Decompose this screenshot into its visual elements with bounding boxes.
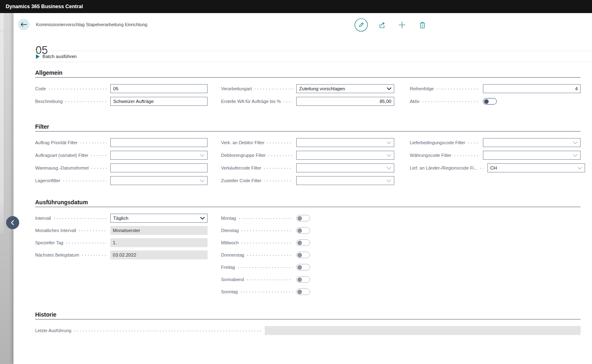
debitorengruppe-filter-lookup[interactable] [296, 151, 394, 160]
plus-icon [398, 21, 406, 29]
lieferbedingungscode-filter-lookup[interactable] [483, 138, 581, 147]
lief-an-laender-regionscode-filter-lookup[interactable]: CH [487, 163, 585, 172]
dotted-leader [91, 155, 107, 156]
field-monatliches-intervall: Monatliches Intervall Monatserster [35, 226, 208, 235]
field-label-erstelle-wa: Erstelle WA für Aufträge bis % [221, 99, 281, 104]
field-label: Intervall [35, 216, 51, 221]
verk-an-debitor-filter-lookup[interactable] [296, 138, 394, 147]
field-lagerortfilter: Lagerortfilter [35, 176, 208, 185]
intervall-select[interactable]: Täglich [110, 214, 208, 223]
field-label: Zusteller Code Filter [221, 178, 261, 183]
mittwoch-toggle [296, 239, 310, 246]
field-label: Monatliches Intervall [35, 228, 76, 233]
field-sonnabend: Sonnabend [221, 275, 394, 284]
erstelle-wa-input[interactable] [296, 97, 394, 106]
field-letzte-ausfuehrung: Letzte Ausführung [35, 326, 581, 335]
toggle-knob [297, 290, 302, 294]
field-label: Dienstag [221, 228, 239, 233]
auftragsart-variabel-filter-lookup[interactable] [110, 151, 208, 160]
field-code: Code [35, 84, 208, 93]
dotted-leader [80, 143, 107, 143]
field-label: Sonntag [221, 289, 238, 294]
dotted-leader [241, 230, 293, 231]
dotted-leader [247, 279, 293, 280]
collapsed-nav-strip [0, 13, 13, 364]
trash-icon [419, 21, 426, 29]
freitag-toggle [296, 264, 310, 270]
run-batch-button[interactable]: Batch ausführen [36, 54, 77, 59]
chevron-down-icon [577, 167, 582, 170]
verkaeufercode-filter-lookup[interactable] [296, 163, 394, 172]
field-label-verarbeitungart: Verarbeitungart [221, 86, 252, 91]
aktiv-toggle[interactable] [483, 98, 497, 105]
field-label: Warenausg.-Datumsformel [35, 165, 89, 170]
section-heading-allgemein: Allgemein [35, 70, 581, 78]
section-heading-filter: Filter [35, 124, 581, 132]
dotted-leader [63, 181, 107, 181]
dotted-leader [437, 89, 479, 89]
collapse-panel-button[interactable] [6, 216, 19, 229]
sonnabend-toggle [296, 276, 310, 283]
field-warenausg-datumsformel: Warenausg.-Datumsformel [35, 163, 208, 172]
toggle-knob [297, 253, 302, 257]
dotted-leader [241, 243, 293, 243]
reihenfolge-input[interactable] [483, 84, 581, 93]
section-ausfuehrungsdatum: Ausführungsdatum Intervall Täglich [35, 199, 581, 299]
field-label: Lieferbedingungscode Filter [410, 140, 465, 145]
share-button[interactable] [371, 18, 392, 32]
chevron-down-icon [386, 141, 391, 144]
field-label: Freitag [221, 265, 235, 270]
dotted-leader [49, 89, 107, 89]
app-titlebar: Dynamics 365 Business Central [0, 0, 592, 13]
dotted-leader [54, 218, 107, 219]
toggle-knob [297, 216, 302, 221]
field-lief-an-laender-regionscode-filter: Lief. an Länder-/Regionscode Fi... CH [410, 163, 581, 172]
field-intervall: Intervall Täglich [35, 214, 208, 223]
delete-button[interactable] [412, 18, 433, 32]
dotted-leader [247, 255, 293, 256]
zusteller-code-filter-lookup[interactable] [296, 176, 394, 185]
field-label: Verk. an Debitor Filter [221, 140, 264, 145]
field-verk-an-debitor-filter: Verk. an Debitor Filter [221, 138, 394, 147]
field-label: Montag [221, 216, 236, 221]
beschreibung-input[interactable] [110, 97, 208, 106]
edit-button[interactable] [351, 18, 371, 32]
letzte-ausfuehrung-field [265, 326, 581, 335]
dotted-leader [468, 143, 479, 143]
field-dienstag: Dienstag [221, 226, 394, 235]
field-label: Auftragsart (variabel) Filter [35, 153, 88, 158]
action-bar: Batch ausführen [32, 51, 592, 62]
warenausg-datumsformel-input[interactable] [110, 163, 208, 172]
page-card: Kommissioniervorschlag Stapelverarbeitun… [13, 13, 592, 364]
chevron-down-icon [200, 217, 205, 220]
new-button[interactable] [392, 18, 412, 32]
chevron-down-icon [200, 154, 205, 157]
section-heading-ausfuehrungsdatum: Ausführungsdatum [35, 199, 581, 207]
field-label: Verkäufercode Filter [221, 165, 261, 170]
verarbeitungart-select[interactable]: Zuteilung vorschlagen [296, 84, 394, 93]
section-allgemein: Allgemein Code Beschreibung [35, 70, 581, 109]
strip-divider [0, 31, 13, 31]
breadcrumb: Kommissioniervorschlag Stapelverarbeitun… [36, 22, 147, 27]
dotted-leader [238, 267, 293, 268]
toggle-knob [297, 277, 302, 282]
waehrungscode-filter-lookup[interactable] [483, 151, 581, 160]
field-label: Letzte Ausführung [35, 328, 71, 333]
field-verarbeitungart: Verarbeitungart Zuteilung vorschlagen [221, 84, 394, 93]
back-button[interactable] [18, 19, 29, 30]
field-auftragsart-variabel-filter: Auftragsart (variabel) Filter [35, 151, 208, 160]
field-label: Lagerortfilter [35, 178, 60, 183]
auftrag-prioritaet-filter-input[interactable] [110, 138, 208, 147]
field-spezieller-tag: Spezieller Tag 1. [35, 238, 208, 247]
code-input[interactable] [110, 84, 208, 93]
field-freitag: Freitag [221, 263, 394, 272]
field-debitorengruppe-filter: Debitorengruppe Filter [221, 151, 394, 160]
field-erstelle-wa: Erstelle WA für Aufträge bis % [221, 97, 394, 106]
field-lieferbedingungscode-filter: Lieferbedingungscode Filter [410, 138, 581, 147]
sonntag-toggle [296, 288, 310, 295]
field-aktiv: Aktiv [410, 97, 581, 106]
lagerortfilter-lookup[interactable] [110, 176, 208, 185]
dotted-leader [480, 168, 484, 169]
donnerstag-toggle [296, 252, 310, 258]
chevron-down-icon [200, 179, 205, 182]
